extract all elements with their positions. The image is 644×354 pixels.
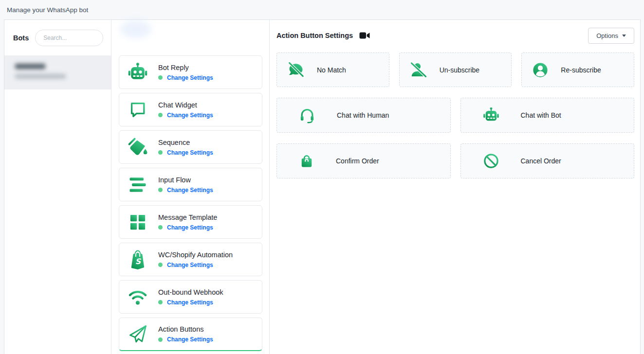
status-dot [158,75,163,80]
grid-icon [127,212,148,233]
feature-card-title: Bot Reply [158,64,213,71]
status-dot [158,225,163,230]
options-label: Options [596,32,618,39]
feature-card-bot-reply[interactable]: Bot Reply Change Settings [119,55,262,89]
main-panel: Bots [4,19,641,354]
status-dot [158,337,163,342]
feature-card-wc-shopify[interactable]: S WC/Shopify Automation Change Settings [119,243,262,276]
paper-plane-icon [127,323,148,345]
action-tile-label: Confirm Order [336,157,379,165]
change-settings-link[interactable]: Change Settings [167,112,213,119]
bars-icon [127,174,148,195]
action-tile-confirm-order[interactable]: Confirm Order [276,143,451,178]
shopify-bag-icon: S [127,249,148,270]
paint-bucket-icon [127,137,148,158]
change-settings-link[interactable]: Change Settings [167,149,213,156]
status-dot [158,113,163,117]
change-settings-link[interactable]: Change Settings [167,74,213,81]
panel-header: Action Button Settings Options [276,20,634,51]
action-tile-no-match[interactable]: No Match [276,53,389,87]
action-tile-chat-with-bot[interactable]: Chat with Bot [460,98,635,133]
action-tile-label: Chat with Bot [521,111,561,119]
feature-card-sequence[interactable]: Sequence Change Settings [119,130,262,164]
status-dot [158,300,163,304]
bot-phone-redacted [15,74,66,79]
bots-sidebar: Bots [4,20,111,354]
status-dot [158,188,163,192]
shopping-bag-icon [298,153,315,169]
bots-title: Bots [13,34,29,42]
change-settings-link[interactable]: Change Settings [167,299,213,306]
feature-card-title: Action Buttons [158,325,213,333]
status-dot [158,150,163,155]
panel-title: Action Button Settings [276,32,353,39]
action-tile-label: Chat with Human [337,111,389,119]
change-settings-link[interactable]: Change Settings [167,224,213,231]
caret-down-icon [622,35,626,37]
change-settings-link[interactable]: Change Settings [167,336,213,343]
page-header: Manage your WhatsApp bot [0,0,644,19]
headset-icon [298,106,316,124]
page-title: Manage your WhatsApp bot [7,6,88,14]
user-slash-icon [409,61,428,79]
action-tile-cancel-order[interactable]: Cancel Order [460,143,635,178]
feature-card-chat-widget[interactable]: Chat Widget Change Settings [119,93,262,126]
action-tile-chat-with-human[interactable]: Chat with Human [276,98,451,133]
svg-text:S: S [135,257,142,266]
feature-card-outbound-webhook[interactable]: Out-bound Webhook Change Settings [119,280,262,314]
feature-card-title: Input Flow [158,176,213,184]
ban-icon [482,152,500,170]
search-input[interactable] [35,30,103,46]
status-dot [158,263,163,267]
feature-card-message-template[interactable]: Message Template Change Settings [119,205,262,239]
feature-card-input-flow[interactable]: Input Flow Change Settings [119,168,262,201]
robot-icon [127,62,148,83]
bot-name-redacted [15,64,45,69]
feature-card-title: Out-bound Webhook [158,288,223,296]
action-tile-resubscribe[interactable]: Re-subscribe [521,53,634,87]
feature-card-title: Sequence [158,139,213,146]
feature-card-title: Message Template [158,213,217,221]
video-camera-icon[interactable] [359,32,370,39]
comment-slash-icon [287,61,305,79]
circle-user-icon [532,61,549,79]
sidebar-header: Bots [4,20,111,55]
bot-list-item-selected[interactable] [4,55,111,89]
action-tile-label: Re-subscribe [561,66,601,74]
action-tile-label: Cancel Order [521,157,561,165]
feature-card-action-buttons[interactable]: Action Buttons Change Settings [119,318,262,351]
action-tile-unsubscribe[interactable]: Un-subscribe [399,53,512,87]
chat-bubble-icon [127,99,148,121]
options-button[interactable]: Options [588,28,634,44]
wifi-icon [127,286,148,308]
action-tile-label: Un-subscribe [440,66,479,74]
robot-icon [482,106,500,124]
feature-card-title: WC/Shopify Automation [158,251,233,259]
change-settings-link[interactable]: Change Settings [167,262,213,268]
feature-card-title: Chat Widget [158,101,213,109]
feature-cards-column: Bot Reply Change Settings Chat Widget [111,20,270,354]
action-button-settings-panel: Action Button Settings Options [270,20,640,354]
change-settings-link[interactable]: Change Settings [167,187,213,194]
action-tile-label: No Match [317,66,346,74]
